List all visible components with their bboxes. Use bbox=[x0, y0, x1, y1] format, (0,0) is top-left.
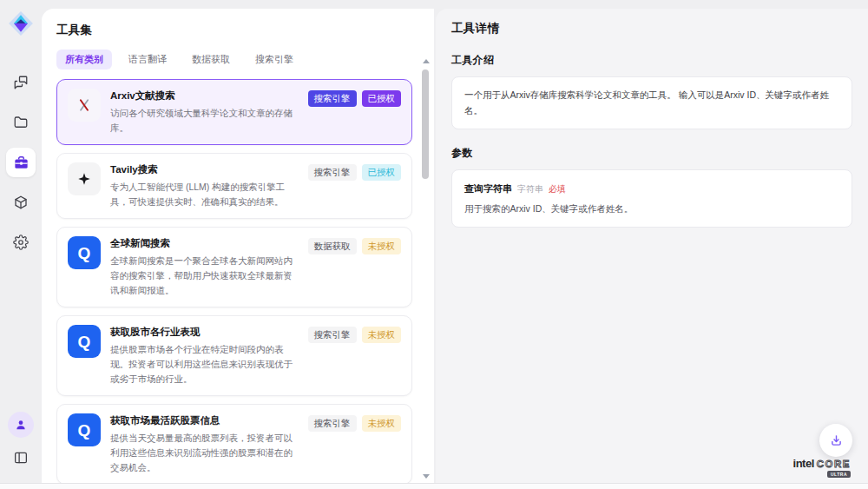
tool-card-most-active-stocks[interactable]: Q 获取市场最活跃股票信息 提供当天交易量最高的股票列表，投资者可以利用这些信息… bbox=[56, 404, 412, 483]
tool-name: Arxiv文献搜索 bbox=[110, 89, 299, 102]
intel-core-text: CORE bbox=[817, 459, 851, 469]
news-api-logo-icon: Q bbox=[68, 413, 101, 446]
tool-list: Arxiv文献搜索 访问各个研究领域大量科学论文和文章的存储库。 搜索引擎 已授… bbox=[56, 79, 434, 483]
bottom-strip bbox=[0, 483, 868, 489]
scroll-down-arrow[interactable] bbox=[423, 474, 430, 479]
tab-language-translation[interactable]: 语言翻译 bbox=[120, 50, 175, 69]
param-required-label: 必填 bbox=[549, 183, 566, 195]
tool-name: 获取市场最活跃股票信息 bbox=[110, 414, 299, 427]
tools-panel-title: 工具集 bbox=[56, 23, 434, 38]
news-api-logo-icon: Q bbox=[68, 236, 101, 269]
scrollbar-thumb[interactable] bbox=[422, 69, 429, 179]
tool-name: 获取股市各行业表现 bbox=[110, 326, 299, 339]
tool-description: 提供股票市场各个行业在特定时间段内的表现。投资者可以利用这些信息来识别表现优于或… bbox=[110, 342, 299, 387]
param-name: 查询字符串 bbox=[464, 182, 512, 195]
app-logo-icon bbox=[8, 10, 34, 36]
category-badge: 数据获取 bbox=[308, 238, 357, 254]
intro-text: 一个用于从Arxiv存储库搜索科学论文和文章的工具。 输入可以是Arxiv ID… bbox=[464, 87, 839, 119]
param-type: 字符串 bbox=[517, 183, 543, 195]
param-description: 用于搜索的Arxiv ID、关键字或作者姓名。 bbox=[464, 203, 839, 217]
main-layout: 工具集 所有类别 语言翻译 数据获取 搜索引擎 A bbox=[0, 0, 868, 483]
params-heading: 参数 bbox=[451, 146, 852, 161]
tool-name: Tavily搜索 bbox=[110, 163, 299, 176]
intel-ultra-badge: ULTRA bbox=[827, 471, 851, 478]
tool-description: 全球新闻搜索是一个聚合全球各大新闻网站内容的搜索引擎，帮助用户快速获取全球最新资… bbox=[110, 254, 299, 298]
scroll-up-arrow[interactable] bbox=[423, 59, 430, 63]
tool-description: 专为人工智能代理 (LLM) 构建的搜索引擎工具，可快速提供实时、准确和真实的结… bbox=[110, 180, 299, 209]
intel-core-logo: intel CORE ULTRA bbox=[793, 457, 851, 478]
list-scrollbar bbox=[421, 59, 430, 479]
toolbox-nav-icon[interactable] bbox=[6, 148, 36, 177]
tool-card-arxiv[interactable]: Arxiv文献搜索 访问各个研究领域大量科学论文和文章的存储库。 搜索引擎 已授… bbox=[56, 79, 412, 145]
panel-toggle-icon[interactable] bbox=[6, 443, 36, 472]
category-badge: 搜索引擎 bbox=[308, 415, 357, 432]
intro-heading: 工具介绍 bbox=[451, 53, 852, 68]
folder-nav-icon[interactable] bbox=[6, 108, 36, 137]
chat-nav-icon[interactable] bbox=[6, 68, 36, 97]
sparkle-star-icon bbox=[68, 162, 101, 195]
tool-description: 访问各个研究领域大量科学论文和文章的存储库。 bbox=[110, 106, 299, 135]
tab-all-categories[interactable]: 所有类别 bbox=[56, 50, 112, 69]
arxiv-logo-icon bbox=[68, 89, 101, 122]
auth-status-badge: 已授权 bbox=[362, 164, 402, 181]
tool-description: 提供当天交易量最高的股票列表，投资者可以利用这些信息来识别流动性强的股票和潜在的… bbox=[110, 431, 299, 475]
category-badge: 搜索引擎 bbox=[308, 164, 357, 181]
tab-search-engine[interactable]: 搜索引擎 bbox=[247, 50, 302, 69]
detail-panel-title: 工具详情 bbox=[451, 21, 852, 36]
settings-gear-icon[interactable] bbox=[6, 228, 36, 257]
tool-card-global-news[interactable]: Q 全球新闻搜索 全球新闻搜索是一个聚合全球各大新闻网站内容的搜索引擎，帮助用户… bbox=[56, 227, 412, 307]
left-rail bbox=[0, 0, 42, 483]
param-card: 查询字符串 字符串 必填 用于搜索的Arxiv ID、关键字或作者姓名。 bbox=[451, 169, 852, 228]
auth-status-badge: 未授权 bbox=[362, 238, 402, 254]
user-avatar[interactable] bbox=[8, 412, 34, 438]
tool-card-sector-performance[interactable]: Q 获取股市各行业表现 提供股票市场各个行业在特定时间段内的表现。投资者可以利用… bbox=[56, 315, 412, 396]
download-button[interactable] bbox=[819, 424, 852, 457]
news-api-logo-icon: Q bbox=[68, 325, 101, 358]
cube-nav-icon[interactable] bbox=[6, 188, 36, 217]
tool-name: 全球新闻搜索 bbox=[110, 237, 299, 250]
category-tabs: 所有类别 语言翻译 数据获取 搜索引擎 bbox=[56, 50, 434, 69]
category-badge: 搜索引擎 bbox=[308, 90, 357, 107]
category-badge: 搜索引擎 bbox=[308, 327, 357, 343]
auth-status-badge: 未授权 bbox=[362, 415, 402, 432]
auth-status-badge: 已授权 bbox=[362, 90, 402, 107]
tool-detail-panel: 工具详情 工具介绍 一个用于从Arxiv存储库搜索科学论文和文章的工具。 输入可… bbox=[436, 9, 868, 483]
app-window: 工具集 所有类别 语言翻译 数据获取 搜索引擎 A bbox=[0, 0, 868, 489]
tools-panel: 工具集 所有类别 语言翻译 数据获取 搜索引擎 A bbox=[42, 9, 434, 483]
tool-card-tavily[interactable]: Tavily搜索 专为人工智能代理 (LLM) 构建的搜索引擎工具，可快速提供实… bbox=[56, 153, 412, 219]
auth-status-badge: 未授权 bbox=[362, 327, 402, 343]
intro-card: 一个用于从Arxiv存储库搜索科学论文和文章的工具。 输入可以是Arxiv ID… bbox=[451, 76, 852, 129]
intel-brand-text: intel bbox=[793, 457, 814, 470]
tab-data-fetching[interactable]: 数据获取 bbox=[183, 50, 239, 69]
